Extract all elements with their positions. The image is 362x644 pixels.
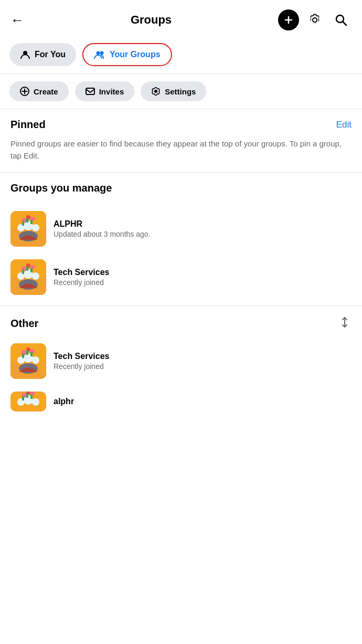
svg-point-12 [154, 90, 157, 93]
settings-button[interactable]: Settings [141, 81, 206, 101]
invites-icon [86, 87, 95, 96]
group-sub-tech-services-manage: Recently joined [54, 278, 352, 287]
group-info-alphr: ALPHR Updated about 3 months ago. [54, 219, 352, 238]
svg-rect-60 [26, 394, 28, 398]
manage-group-list: ALPHR Updated about 3 months ago. [0, 205, 362, 301]
page-title: Groups [131, 13, 172, 27]
group-item-tech-services-other[interactable]: Tech Services Recently joined [10, 337, 352, 385]
pinned-header: Pinned Edit [10, 119, 352, 131]
settings-icon[interactable] [304, 9, 325, 30]
svg-line-4 [343, 22, 346, 26]
manage-title: Groups you manage [10, 182, 112, 194]
settings-label: Settings [165, 87, 196, 96]
app-header: ← Groups [0, 0, 362, 38]
group-name-tech-services-manage: Tech Services [54, 268, 352, 277]
tab-for-you-label: For You [35, 50, 66, 59]
create-icon [20, 87, 29, 96]
invites-label: Invites [99, 87, 124, 96]
group-thumb-tech-services-other [10, 343, 46, 379]
tab-your-groups[interactable]: Your Groups [82, 43, 172, 66]
back-button[interactable]: ← [10, 12, 24, 28]
sort-button[interactable] [338, 315, 352, 332]
invites-button[interactable]: Invites [75, 81, 135, 101]
svg-point-53 [32, 398, 39, 406]
group-info-alphr-other: alphr [54, 397, 352, 406]
person-icon [20, 49, 30, 60]
svg-rect-24 [26, 218, 28, 223]
add-button[interactable] [278, 9, 299, 30]
svg-rect-59 [30, 395, 33, 399]
create-button[interactable]: Create [9, 81, 69, 101]
svg-point-43 [32, 356, 39, 364]
other-header: Other [0, 306, 362, 337]
group-thumb-tech-services-manage [10, 259, 46, 295]
group-name-alphr: ALPHR [54, 219, 352, 229]
group-info-tech-services-other: Tech Services Recently joined [54, 352, 352, 371]
svg-rect-35 [30, 268, 33, 272]
create-label: Create [34, 87, 58, 96]
svg-rect-23 [30, 220, 33, 224]
tab-for-you[interactable]: For You [9, 43, 76, 66]
svg-point-17 [32, 224, 39, 231]
pinned-description: Pinned groups are easier to find because… [10, 136, 352, 167]
group-sub-tech-services-other: Recently joined [54, 362, 352, 371]
other-group-list: Tech Services Recently joined alphr [0, 337, 362, 414]
svg-rect-50 [26, 351, 28, 355]
search-icon[interactable] [331, 9, 352, 30]
group-item-alphr-other[interactable]: alphr [10, 385, 352, 414]
svg-point-29 [32, 272, 39, 280]
pinned-edit-button[interactable]: Edit [336, 120, 352, 130]
header-icons [278, 9, 352, 30]
svg-rect-36 [26, 267, 28, 271]
group-thumb-alphr-other [10, 392, 46, 411]
tab-your-groups-label: Your Groups [110, 50, 161, 59]
svg-rect-11 [86, 88, 94, 94]
group-name-tech-services-other: Tech Services [54, 352, 352, 361]
settings-icon [151, 87, 161, 96]
manage-header: Groups you manage [10, 182, 352, 194]
pinned-title: Pinned [10, 119, 46, 131]
group-icon [94, 49, 105, 60]
tab-row: For You Your Groups [0, 38, 362, 73]
svg-rect-34 [22, 270, 24, 274]
svg-point-6 [96, 51, 100, 55]
other-title: Other [10, 318, 38, 330]
group-name-alphr-other: alphr [54, 397, 352, 406]
svg-point-7 [100, 51, 103, 55]
group-sub-alphr: Updated about 3 months ago. [54, 230, 352, 238]
svg-rect-49 [30, 352, 33, 356]
svg-rect-58 [22, 396, 24, 400]
pinned-section: Pinned Edit Pinned groups are easier to … [0, 109, 362, 172]
group-item-tech-services-manage[interactable]: Tech Services Recently joined [10, 253, 352, 301]
group-info-tech-services-manage: Tech Services Recently joined [54, 268, 352, 287]
manage-section: Groups you manage [0, 173, 362, 205]
svg-rect-48 [22, 354, 24, 358]
svg-rect-22 [22, 221, 24, 226]
group-thumb-alphr [10, 211, 46, 247]
group-item-alphr[interactable]: ALPHR Updated about 3 months ago. [10, 205, 352, 253]
action-row: Create Invites Settings [0, 74, 362, 109]
